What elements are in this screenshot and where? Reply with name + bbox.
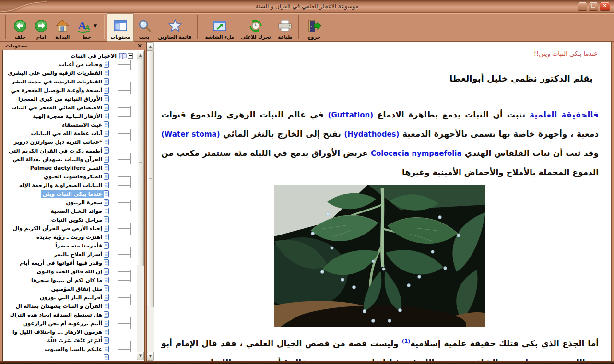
- tree-item[interactable]: وجنات من أعناب: [3, 60, 136, 69]
- tree-item[interactable]: إن الله فالق الحب والنوى: [3, 267, 136, 276]
- tree-item-label[interactable]: إن الله فالق الحب والنوى: [35, 268, 104, 275]
- tree-item-label[interactable]: الميكروحاسوب الحيوي: [42, 173, 104, 180]
- tree-item-label[interactable]: إحياء الأرض في القرآن الكريم وال: [12, 225, 104, 232]
- tree-item-label[interactable]: اهتزت وربت ـ رؤية جديدة: [35, 234, 104, 241]
- tree-item[interactable]: أَلَمْ تَرَ كَيْفَ ضَرَبَ اللَّهُ: [3, 336, 136, 345]
- close-button[interactable]: ×: [600, 2, 610, 11]
- tree-item[interactable]: فوائد الـخـل الصحية: [3, 207, 136, 215]
- print-button[interactable]: طباعة: [274, 13, 296, 42]
- tree-item[interactable]: مراحل تكوين النبات: [3, 215, 136, 224]
- exit-button[interactable]: خروج: [303, 13, 325, 42]
- tree-item-label[interactable]: الأوراق النباتية من كبرى المعجزا: [17, 95, 104, 103]
- tree-root-item[interactable]: الاعجاز في النبات: [3, 51, 136, 60]
- tree-item[interactable]: شجرة الزيتون: [3, 198, 136, 207]
- tree-item[interactable]: النباتات الصحراوية والرحمة الإله: [3, 181, 136, 189]
- tree-item[interactable]: الامتصاص المائي المعجز في النبات: [3, 103, 136, 112]
- tree-item[interactable]: إحياء الأرض في القرآن الكريم وال: [3, 224, 136, 233]
- tree-scrollbar[interactable]: ▲ ▼: [137, 51, 144, 360]
- tree-item-label[interactable]: فوائد الـخـل الصحية: [49, 208, 104, 215]
- tree-item[interactable]: وقدر فيها أقواتها في أربعة أيام: [3, 258, 136, 267]
- tree-item[interactable]: الأزهار النباتية معجزة إلهية: [3, 112, 136, 120]
- scroll-up-icon[interactable]: ▲: [137, 51, 144, 59]
- tree-item-label[interactable]: فأخرجنا منه خضراً: [54, 242, 104, 249]
- tree-item[interactable]: اهتزت وربت ـ رؤية جديدة: [3, 233, 136, 241]
- tree-item-label[interactable]: الفطريات البازيدية في خدمة البشر: [10, 78, 104, 85]
- tree-item-label[interactable]: ما كان لكم أن تنبتوا شجرها: [30, 277, 104, 284]
- tree-item[interactable]: الفطريات الزقية والمن على البشري: [3, 69, 136, 77]
- tree-item-label[interactable]: التمـر Palmae dactylifere: [29, 164, 104, 172]
- tree-item[interactable]: الميكروحاسوب الحيوي: [3, 172, 136, 181]
- auto-scroll-button[interactable]: تحرك للاعلى: [237, 13, 274, 42]
- titlebar[interactable]: موسوعة الاعجاز العلمي في القرآن و السنة …: [0, 0, 614, 13]
- tree-item[interactable]: عندما يبكي النبات ويئن: [3, 189, 136, 198]
- tree-item-label[interactable]: غيث الاستسقاء: [60, 121, 104, 129]
- tree-item-label[interactable]: أنسجة وأوعية التوصيل المعجزة في: [10, 87, 104, 94]
- tree-connector: [109, 315, 136, 315]
- scroll-down-icon[interactable]: ▼: [137, 352, 144, 360]
- tree-item[interactable]: عليكم بالسنا والسنوت: [3, 345, 136, 353]
- tree-item-label[interactable]: أفرايتم النار التي تورون: [38, 294, 104, 301]
- tree-item[interactable]: [3, 353, 136, 360]
- tree-item-label[interactable]: الفطريات الزقية والمن على البشري: [6, 70, 104, 77]
- tree-item[interactable]: الفطريات البازيدية في خدمة البشر: [3, 77, 136, 86]
- titles-list-button[interactable]: قائمة العناوين: [155, 13, 195, 42]
- tree-item[interactable]: ما كان لكم أن تنبتوا شجرها: [3, 276, 136, 284]
- tree-item[interactable]: مثل إنفاق المؤمنين: [3, 284, 136, 293]
- tree-item-label[interactable]: هرمون الازهار ... واختلاف الليل وا: [11, 329, 104, 336]
- font-button[interactable]: A A ▼ خط: [73, 13, 100, 42]
- tree-item[interactable]: التمـر Palmae dactylifere: [3, 164, 136, 172]
- back-button[interactable]: خلف: [10, 13, 31, 42]
- tree-item[interactable]: غيث الاستسقاء: [3, 120, 136, 129]
- minimize-button[interactable]: –: [578, 2, 587, 11]
- tree-item-label[interactable]: أأنتم تزرعونه أم نحن الزارعون: [22, 320, 104, 327]
- fullscreen-button[interactable]: ملء الشاشة: [201, 13, 237, 42]
- tree-item[interactable]: *عجائب التربة ديل سوارتزن دروبر: [3, 138, 136, 146]
- scroll-down-icon[interactable]: ▼: [147, 352, 154, 361]
- tree-item-label[interactable]: *عجائب التربة ديل سوارتزن دروبر: [12, 139, 104, 146]
- tree-item[interactable]: القرآن و النبات يشهدان بعدالة ال: [3, 302, 136, 310]
- tree-item[interactable]: أنسجة وأوعية التوصيل المعجزة في: [3, 86, 136, 94]
- tree-item-label[interactable]: القرآن و النبات يشهدان بعدالة ال: [14, 303, 104, 310]
- tree-item-label[interactable]: النباتات الصحراوية والرحمة الإله: [18, 182, 104, 189]
- tree-item-label[interactable]: [101, 357, 104, 358]
- scroll-up-icon[interactable]: ▲: [147, 42, 154, 51]
- tree-item[interactable]: أطعمة ذكرت في القرآن الكريم التي: [3, 146, 136, 155]
- tree-item-label[interactable]: أَلَمْ تَرَ كَيْفَ ضَرَبَ اللَّهُ: [46, 337, 104, 344]
- tree-scrollbar-thumb[interactable]: [137, 59, 144, 266]
- tree-item[interactable]: فأخرجنا منه خضراً: [3, 241, 136, 250]
- tree-item-label[interactable]: شجرة الزيتون: [64, 199, 104, 206]
- tree-item[interactable]: أسرار العلاج بالتمر: [3, 250, 136, 258]
- tree-item[interactable]: هرمون الازهار ... واختلاف الليل وا: [3, 328, 136, 336]
- tree-item-label[interactable]: الامتصاص المائي المعجز في النبات: [10, 104, 104, 111]
- tree-item[interactable]: أفرايتم النار التي تورون: [3, 293, 136, 302]
- tree-item-label[interactable]: عندما يبكي النبات ويئن: [41, 190, 104, 198]
- tree-item-label[interactable]: أطعمة ذكرت في القرآن الكريم التي: [7, 147, 104, 154]
- tree-item-label[interactable]: وقدر فيها أقواتها في أربعة أيام: [18, 259, 104, 267]
- page-scrollbar-thumb[interactable]: [147, 50, 154, 307]
- collapse-minus-icon[interactable]: [128, 53, 133, 59]
- tree-item-label[interactable]: وجنات من أعناب: [58, 61, 104, 68]
- tree-item[interactable]: الأوراق النباتية من كبرى المعجزا: [3, 94, 136, 103]
- home-button[interactable]: البداية: [52, 13, 73, 42]
- tree-item-label[interactable]: القرآن والنبات يشهدان بعدالة الص: [12, 156, 104, 163]
- contents-close-icon[interactable]: ×: [137, 43, 142, 48]
- tree-item-label[interactable]: مراحل تكوين النبات: [50, 216, 104, 223]
- contents-button[interactable]: محتويات: [107, 13, 133, 42]
- forward-button[interactable]: امام: [31, 13, 52, 42]
- footnote-ref[interactable]: (1): [402, 338, 411, 344]
- tree-item-label[interactable]: مثل إنفاق المؤمنين: [50, 285, 104, 293]
- tree-item-label[interactable]: عليكم بالسنا والسنوت: [43, 346, 104, 353]
- tree-item[interactable]: هل تستطع الصدفة إيجاد هذه التراك: [3, 310, 136, 319]
- page-scrollbar[interactable]: ▲ ▼: [147, 42, 154, 361]
- tree-item-label[interactable]: الأزهار النباتية معجزة إلهية: [31, 113, 104, 120]
- tree-item-label[interactable]: أسرار العلاج بالتمر: [52, 251, 104, 258]
- tree-item[interactable]: آيات عظمة الله في النباتات: [3, 129, 136, 138]
- tree-item[interactable]: القرآن والنبات يشهدان بعدالة الص: [3, 155, 136, 164]
- tree-item[interactable]: أأنتم تزرعونه أم نحن الزارعون: [3, 319, 136, 328]
- restore-button[interactable]: □: [589, 2, 598, 11]
- tree-root-label[interactable]: الاعجاز في النبات: [69, 52, 118, 59]
- font-dropdown-arrow[interactable]: ▼: [94, 23, 97, 28]
- search-button[interactable]: بحث: [134, 13, 155, 42]
- tree-item-label[interactable]: هل تستطع الصدفة إيجاد هذه التراك: [8, 311, 104, 318]
- tree-item-label[interactable]: آيات عظمة الله في النباتات: [30, 130, 104, 137]
